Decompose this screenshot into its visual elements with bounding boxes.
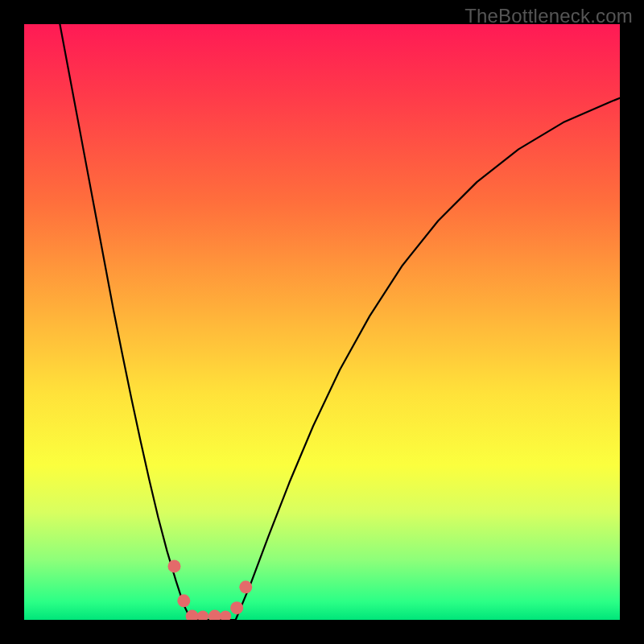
outer-frame: TheBottleneck.com [0, 0, 644, 644]
plot-area [24, 24, 620, 620]
data-marker [177, 594, 190, 607]
chart-svg [24, 24, 620, 620]
gradient-background [24, 24, 620, 620]
data-marker [167, 559, 180, 572]
data-marker [230, 601, 243, 614]
data-marker [239, 580, 252, 593]
